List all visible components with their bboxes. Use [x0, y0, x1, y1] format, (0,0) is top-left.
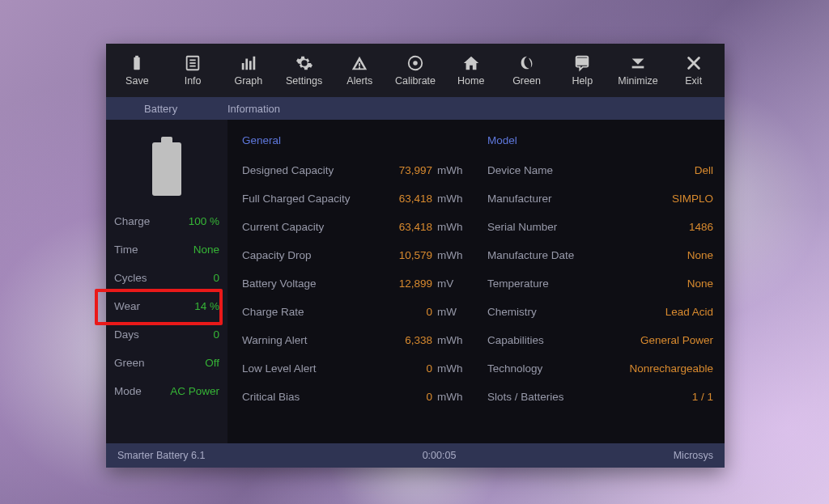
stat-key: Charge: [114, 215, 150, 227]
status-company: Microsys: [674, 450, 713, 461]
alerts-icon: [351, 54, 368, 72]
toolbar-label: Minimize: [618, 75, 657, 87]
row-value: 12,899: [392, 277, 432, 290]
model-row: TemperatureNone: [487, 269, 713, 298]
stat-value: 100 %: [189, 215, 219, 227]
row-value: None: [687, 249, 713, 261]
model-row: TechnologyNonrechargeable: [487, 354, 713, 383]
status-app-name: Smarter Battery 6.1: [117, 450, 205, 461]
window-body: Charge100 %TimeNoneCycles0Wear14 %Days0G…: [106, 120, 725, 443]
battery-icon: [152, 142, 181, 196]
row-key: Manufacturer: [487, 193, 672, 205]
minimize-icon: [629, 54, 647, 72]
green-button[interactable]: Green: [499, 44, 555, 97]
row-unit: mWh: [432, 391, 468, 403]
row-value: 6,338: [392, 334, 432, 346]
side-stat-time: TimeNone: [114, 235, 219, 264]
row-value: Nonrechargeable: [629, 362, 713, 375]
svg-rect-6: [242, 63, 244, 70]
row-key: Technology: [487, 362, 629, 375]
row-key: Serial Number: [487, 221, 689, 233]
stat-key: Days: [114, 328, 139, 341]
row-value: 0: [392, 362, 432, 375]
home-button[interactable]: Home: [443, 44, 499, 97]
calibrate-icon: [406, 54, 424, 72]
tab-information[interactable]: Information: [227, 103, 280, 115]
toolbar-label: Exit: [685, 75, 702, 87]
stat-value: 0: [213, 272, 219, 284]
row-value: General Power: [640, 334, 713, 346]
side-stat-charge: Charge100 %: [114, 207, 219, 235]
help-button[interactable]: Help: [555, 44, 610, 97]
svg-rect-8: [249, 61, 252, 70]
svg-point-11: [413, 61, 418, 66]
general-heading: General: [242, 134, 468, 146]
general-row: Low Level Alert0mWh: [242, 354, 468, 383]
row-key: Warning Alert: [242, 334, 392, 346]
side-stat-cycles: Cycles0: [114, 264, 219, 292]
desktop-background: SaveInfoGraphSettingsAlertsCalibrateHome…: [0, 0, 829, 504]
tab-battery[interactable]: Battery: [144, 103, 227, 115]
stat-key: Cycles: [114, 272, 147, 284]
minimize-button[interactable]: Minimize: [610, 44, 666, 97]
general-row: Designed Capacity73,997mWh: [242, 156, 468, 184]
toolbar-label: Save: [125, 75, 149, 87]
row-key: Slots / Batteries: [487, 391, 692, 403]
row-value: 73,997: [392, 164, 432, 176]
row-value: 63,418: [392, 193, 432, 205]
general-row: Warning Alert6,338mWh: [242, 326, 468, 354]
toolbar-label: Info: [185, 75, 202, 87]
stat-value: None: [193, 244, 219, 256]
model-row: Slots / Batteries1 / 1: [487, 383, 713, 411]
row-value: Lead Acid: [665, 306, 713, 318]
battery-graphic-wrap: [106, 131, 227, 207]
save-button[interactable]: Save: [109, 44, 165, 97]
model-row: Serial Number1486: [487, 213, 713, 241]
row-key: Current Capacity: [242, 221, 392, 233]
general-row: Battery Voltage12,899mV: [242, 269, 468, 298]
general-row: Capacity Drop10,579mWh: [242, 241, 468, 269]
toolbar-label: Graph: [234, 75, 262, 87]
stat-value: 0: [213, 328, 219, 341]
info-button[interactable]: Info: [165, 44, 221, 97]
row-unit: mWh: [432, 362, 468, 375]
stat-value: 14 %: [194, 300, 219, 312]
row-key: Full Charged Capacity: [242, 193, 392, 205]
general-column: General Designed Capacity73,997mWhFull C…: [242, 134, 468, 435]
general-row: Full Charged Capacity63,418mWh: [242, 184, 468, 213]
model-row: CapabilitiesGeneral Power: [487, 326, 713, 354]
side-stat-mode: ModeAC Power: [114, 377, 219, 405]
side-stat-wear: Wear14 %: [114, 292, 219, 320]
stat-value: Off: [205, 357, 219, 369]
svg-rect-1: [136, 56, 139, 58]
exit-button[interactable]: Exit: [665, 44, 721, 97]
row-value: SIMPLO: [672, 193, 713, 205]
row-key: Capacity Drop: [242, 249, 392, 261]
calibrate-button[interactable]: Calibrate: [388, 44, 444, 97]
row-unit: mWh: [432, 164, 468, 176]
row-value: 10,579: [392, 249, 432, 261]
graph-button[interactable]: Graph: [220, 44, 276, 97]
settings-button[interactable]: Settings: [276, 44, 332, 97]
row-value: 1 / 1: [692, 391, 713, 403]
toolbar-label: Calibrate: [395, 75, 436, 87]
toolbar-label: Help: [572, 75, 593, 87]
general-row: Current Capacity63,418mWh: [242, 213, 468, 241]
row-value: Dell: [695, 164, 713, 176]
model-row: Manufacture DateNone: [487, 241, 713, 269]
alerts-button[interactable]: Alerts: [332, 44, 388, 97]
stat-key: Wear: [114, 300, 140, 312]
row-value: 0: [392, 306, 432, 318]
app-window: SaveInfoGraphSettingsAlertsCalibrateHome…: [106, 44, 725, 468]
row-key: Manufacture Date: [487, 249, 687, 261]
svg-rect-0: [134, 57, 140, 70]
toolbar: SaveInfoGraphSettingsAlertsCalibrateHome…: [106, 44, 725, 97]
general-row: Charge Rate0mW: [242, 298, 468, 326]
stat-value: AC Power: [170, 385, 219, 397]
help-icon: [573, 54, 591, 72]
model-row: Device NameDell: [487, 156, 713, 184]
row-key: Charge Rate: [242, 306, 392, 318]
model-heading: Model: [487, 134, 713, 146]
model-column: Model Device NameDellManufacturerSIMPLOS…: [487, 134, 713, 435]
row-key: Temperature: [487, 277, 687, 290]
